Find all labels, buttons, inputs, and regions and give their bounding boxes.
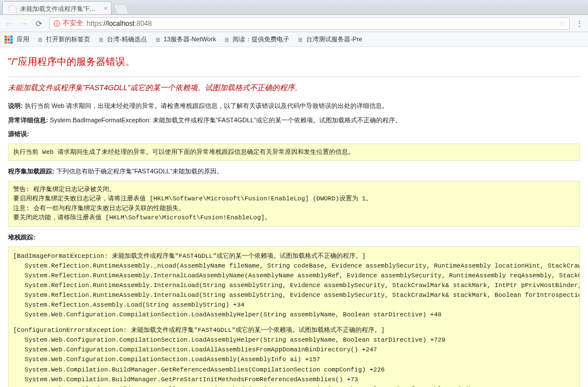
bookmark-item-3[interactable]: 🗎阅读：提供免费电子 [224,35,289,44]
chrome-menu-icon[interactable]: ⋮ [575,19,583,28]
new-tab-button[interactable] [113,4,129,14]
error-page: "/"应用程序中的服务器错误。 未能加载文件或程序集"FAST4GDLL"或它的… [0,47,588,387]
forward-icon: → [20,19,29,28]
apps-label: 应用 [17,35,29,44]
exception-detail-line: 异常详细信息: System.BadImageFormatException: … [8,115,580,125]
stack-trace-box: [BadImageFormatException: 未能加载文件或程序集"FAS… [8,246,580,387]
browser-tab-strip: 未能加载文件或程序集"F… × [0,0,588,15]
stack-trace-label: 堆栈跟踪: [8,233,580,242]
url-text: https://localhost:8048 [87,20,152,28]
assembly-trace-box: 警告: 程序集绑定日志记录被关闭。 要启用程序集绑定失败日志记录，请将注册表值 … [8,181,580,227]
stack-trace-group: [BadImageFormatException: 未能加载文件或程序集"FAS… [9,251,579,320]
browser-tab[interactable]: 未能加载文件或程序集"F… × [2,1,111,14]
page-icon: 🗎 [297,36,304,43]
favicon-icon [9,5,17,13]
info-icon [53,20,60,27]
bookmark-item-4[interactable]: 🗎台湾测试服务器-Pre [297,35,362,44]
tab-title: 未能加载文件或程序集"F… [20,5,96,13]
svg-rect-1 [57,23,57,25]
assembly-trace-line: 程序集加载跟踪: 下列信息有助于确定程序集"FAST4GDLL"未能加载的原因。 [8,167,580,176]
bookmark-item-2[interactable]: 🗎13服务器-NetWork [155,35,216,44]
svg-rect-2 [57,22,57,22]
reload-icon[interactable]: ⟳ [34,19,44,28]
bookmark-item-0[interactable]: 🗎打开新的标签页 [37,35,90,44]
bookmarks-bar: 应用 🗎打开新的标签页 🗎台湾-精确选点 🗎13服务器-NetWork 🗎阅读：… [0,32,588,47]
insecure-badge[interactable]: 不安全 [53,18,83,28]
bookmark-star-icon[interactable]: ☆ [559,19,566,28]
apps-grid-icon [5,36,13,44]
page-title: "/"应用程序中的服务器错误。 [8,55,580,68]
back-icon[interactable]: ← [5,19,14,28]
address-bar: ← → ⟳ 不安全 https://localhost:8048 ☆ ⋮ [0,15,588,32]
page-icon: 🗎 [155,36,161,43]
insecure-label: 不安全 [63,18,83,28]
source-error-label: 源错误: [8,129,580,139]
source-error-box: 执行当前 Web 请求期间生成了未经处理的异常。可以使用下面的异常堆栈跟踪信息确… [8,144,580,161]
url-input[interactable]: 不安全 https://localhost:8048 ☆ [49,17,570,30]
page-icon: 🗎 [37,36,44,43]
apps-button[interactable]: 应用 [5,35,29,44]
divider [8,76,580,77]
error-subtitle: 未能加载文件或程序集"FAST4GDLL"或它的某一个依赖项。试图加载格式不正确… [8,83,580,93]
close-icon[interactable]: × [104,5,107,11]
bookmark-item-1[interactable]: 🗎台湾-精确选点 [98,35,147,44]
page-icon: 🗎 [98,36,105,43]
description-line: 说明: 执行当前 Web 请求期间，出现未经处理的异常。请检查堆栈跟踪信息，以了… [8,101,580,111]
stack-trace-group: [ConfigurationErrorsException: 未能加载文件或程序… [9,326,579,387]
page-icon: 🗎 [224,36,230,43]
